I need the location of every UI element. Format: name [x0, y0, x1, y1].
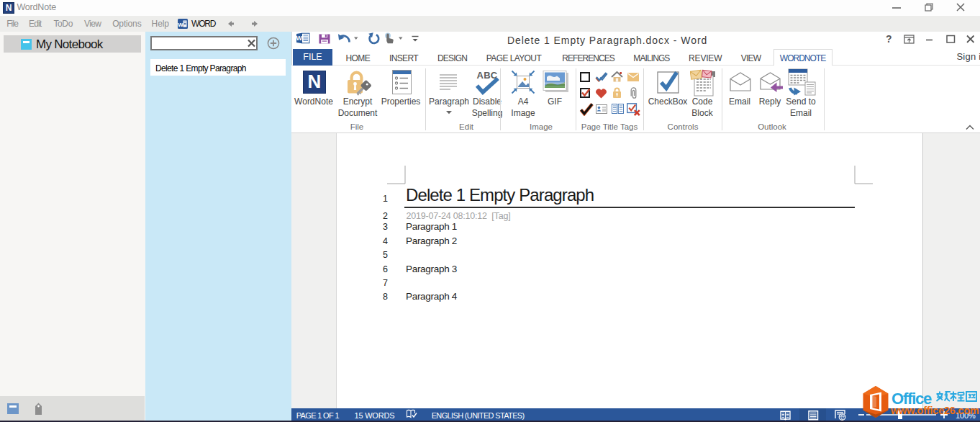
svg-text:www.office26.com: www.office26.com	[890, 405, 979, 416]
svg-text:W: W	[296, 35, 302, 42]
svg-text:w: w	[178, 20, 183, 28]
svg-text:?: ?	[886, 33, 892, 45]
